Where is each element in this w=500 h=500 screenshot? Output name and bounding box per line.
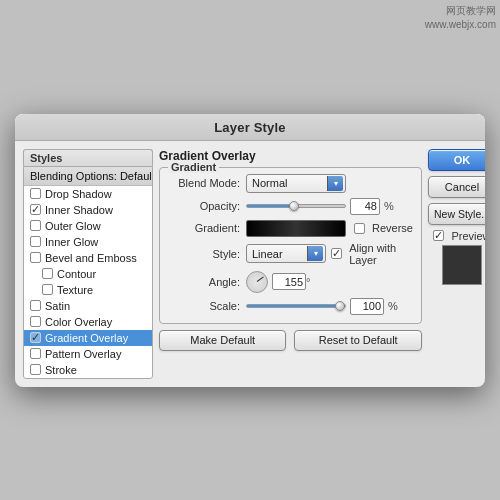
sidebar-item-inner-shadow[interactable]: Inner Shadow (24, 202, 152, 218)
gradient-swatch[interactable] (246, 220, 346, 237)
outer-glow-checkbox[interactable] (30, 220, 41, 231)
preview-swatch (442, 245, 482, 285)
layer-style-dialog: Layer Style Styles Blending Options: Def… (15, 114, 485, 387)
sidebar-item-contour[interactable]: Contour (24, 266, 152, 282)
bottom-buttons: Make Default Reset to Default (159, 330, 422, 351)
sidebar-item-stroke[interactable]: Stroke (24, 362, 152, 378)
angle-unit: ° (306, 276, 310, 288)
blend-mode-arrow: ▾ (327, 176, 343, 191)
main-content: Gradient Overlay Gradient Blend Mode: No… (159, 149, 422, 379)
sidebar-item-outer-glow[interactable]: Outer Glow (24, 218, 152, 234)
sidebar-item-pattern-overlay[interactable]: Pattern Overlay (24, 346, 152, 362)
ok-button[interactable]: OK (428, 149, 485, 171)
preview-row: Preview (433, 230, 485, 242)
texture-label: Texture (57, 284, 93, 296)
drop-shadow-checkbox[interactable] (30, 188, 41, 199)
pattern-overlay-checkbox[interactable] (30, 348, 41, 359)
angle-input[interactable] (272, 273, 306, 290)
style-row: Style: Linear ▾ Align with Layer (168, 242, 413, 266)
scale-slider-container: % (246, 298, 398, 315)
scale-label: Scale: (168, 300, 240, 312)
sidebar-item-texture[interactable]: Texture (24, 282, 152, 298)
angle-row: Angle: ° (168, 271, 413, 293)
color-overlay-checkbox[interactable] (30, 316, 41, 327)
styles-list: Blending Options: Default Drop Shadow In… (23, 166, 153, 379)
sidebar-item-drop-shadow[interactable]: Drop Shadow (24, 186, 152, 202)
dialog-title: Layer Style (214, 120, 286, 135)
opacity-unit: % (384, 200, 394, 212)
sidebar-item-satin[interactable]: Satin (24, 298, 152, 314)
satin-checkbox[interactable] (30, 300, 41, 311)
inner-shadow-checkbox[interactable] (30, 204, 41, 215)
group-title: Gradient (168, 161, 219, 173)
style-label: Style: (168, 248, 240, 260)
inner-shadow-label: Inner Shadow (45, 204, 113, 216)
style-select[interactable]: Linear ▾ (246, 244, 326, 263)
preview-container: Preview (428, 230, 485, 285)
align-checkbox[interactable] (331, 248, 342, 259)
gradient-label: Gradient: (168, 222, 240, 234)
bevel-emboss-label: Bevel and Emboss (45, 252, 137, 264)
make-default-button[interactable]: Make Default (159, 330, 286, 351)
reverse-label: Reverse (372, 222, 413, 234)
gradient-row: Gradient: Reverse (168, 220, 413, 237)
blend-mode-select[interactable]: Normal ▾ (246, 174, 346, 193)
angle-label: Angle: (168, 276, 240, 288)
sidebar-item-color-overlay[interactable]: Color Overlay (24, 314, 152, 330)
opacity-row: Opacity: % (168, 198, 413, 215)
pattern-overlay-label: Pattern Overlay (45, 348, 121, 360)
angle-line (257, 277, 264, 282)
align-label: Align with Layer (349, 242, 413, 266)
drop-shadow-label: Drop Shadow (45, 188, 112, 200)
dialog-title-bar: Layer Style (15, 114, 485, 141)
inner-glow-checkbox[interactable] (30, 236, 41, 247)
reset-to-default-button[interactable]: Reset to Default (294, 330, 421, 351)
opacity-label: Opacity: (168, 200, 240, 212)
bevel-emboss-checkbox[interactable] (30, 252, 41, 263)
scale-input[interactable] (350, 298, 384, 315)
preview-label: Preview (451, 230, 485, 242)
sidebar-item-inner-glow[interactable]: Inner Glow (24, 234, 152, 250)
reverse-checkbox[interactable] (354, 223, 365, 234)
angle-dial[interactable] (246, 271, 268, 293)
blend-mode-label: Blend Mode: (168, 177, 240, 189)
blending-label: Blending Options: Default (30, 170, 153, 182)
outer-glow-label: Outer Glow (45, 220, 101, 232)
preview-checkbox[interactable] (433, 230, 444, 241)
gradient-overlay-label: Gradient Overlay (45, 332, 128, 344)
opacity-slider-thumb[interactable] (289, 201, 299, 211)
sidebar-item-blending[interactable]: Blending Options: Default (24, 167, 152, 186)
style-arrow: ▾ (307, 246, 323, 261)
styles-panel: Styles Blending Options: Default Drop Sh… (23, 149, 153, 379)
sidebar-item-bevel-emboss[interactable]: Bevel and Emboss (24, 250, 152, 266)
cancel-button[interactable]: Cancel (428, 176, 485, 198)
opacity-slider-track[interactable] (246, 204, 346, 208)
contour-label: Contour (57, 268, 96, 280)
contour-checkbox[interactable] (42, 268, 53, 279)
opacity-slider-container: % (246, 198, 394, 215)
sidebar-item-gradient-overlay[interactable]: Gradient Overlay (24, 330, 152, 346)
blend-mode-row: Blend Mode: Normal ▾ (168, 174, 413, 193)
stroke-label: Stroke (45, 364, 77, 376)
styles-panel-header: Styles (23, 149, 153, 166)
satin-label: Satin (45, 300, 70, 312)
gradient-group: Gradient Blend Mode: Normal ▾ Opacity: (159, 167, 422, 324)
scale-row: Scale: % (168, 298, 413, 315)
new-style-button[interactable]: New Style... (428, 203, 485, 225)
opacity-input[interactable] (350, 198, 380, 215)
gradient-overlay-checkbox[interactable] (30, 332, 41, 343)
align-check-container: Align with Layer (331, 242, 413, 266)
color-overlay-label: Color Overlay (45, 316, 112, 328)
texture-checkbox[interactable] (42, 284, 53, 295)
reverse-check-container: Reverse (354, 222, 413, 234)
scale-slider-thumb[interactable] (335, 301, 345, 311)
scale-slider-track[interactable] (246, 304, 346, 308)
watermark: 网页教学网 www.webjx.com (425, 4, 496, 32)
right-panel: OK Cancel New Style... Preview (428, 149, 485, 379)
stroke-checkbox[interactable] (30, 364, 41, 375)
scale-unit: % (388, 300, 398, 312)
inner-glow-label: Inner Glow (45, 236, 98, 248)
